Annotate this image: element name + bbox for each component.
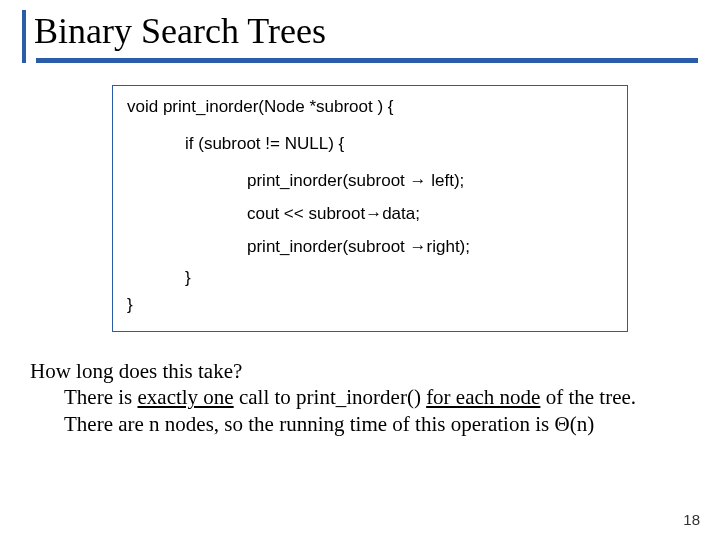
text: There are n nodes, so the running time o… xyxy=(64,412,554,436)
code-text: print_inorder(subroot xyxy=(247,237,410,256)
underlined-text: exactly one xyxy=(137,385,233,409)
code-close-inner: } xyxy=(185,267,613,290)
question-line: How long does this take? xyxy=(30,358,690,385)
text: call to print_inorder() xyxy=(234,385,426,409)
slide-title: Binary Search Trees xyxy=(34,10,698,56)
text: (n) xyxy=(570,412,595,436)
explanation-line-2: There are n nodes, so the running time o… xyxy=(30,411,690,438)
code-line-call-left: print_inorder(subroot → left); xyxy=(247,170,613,193)
arrow-icon: → xyxy=(365,204,382,223)
code-text: print_inorder(subroot xyxy=(247,171,410,190)
code-close-outer: } xyxy=(127,294,613,317)
code-box: void print_inorder(Node *subroot ) { if … xyxy=(112,85,628,332)
theta-symbol: Θ xyxy=(554,412,569,436)
text: of the tree. xyxy=(540,385,636,409)
underlined-text: for each node xyxy=(426,385,540,409)
text: There is xyxy=(64,385,137,409)
code-line-cout: cout << subroot→data; xyxy=(247,203,613,226)
title-underline xyxy=(36,58,698,63)
code-line-signature: void print_inorder(Node *subroot ) { xyxy=(127,96,613,119)
code-line-call-right: print_inorder(subroot →right); xyxy=(247,236,613,259)
code-line-if: if (subroot != NULL) { xyxy=(185,133,613,156)
code-text: data; xyxy=(382,204,420,223)
code-text: right); xyxy=(427,237,470,256)
arrow-icon: → xyxy=(410,237,427,256)
code-text: cout << subroot xyxy=(247,204,365,223)
code-text: left); xyxy=(427,171,465,190)
page-number: 18 xyxy=(683,511,700,528)
slide: Binary Search Trees void print_inorder(N… xyxy=(0,0,720,540)
body-text: How long does this take? There is exactl… xyxy=(30,358,690,439)
explanation-line-1: There is exactly one call to print_inord… xyxy=(30,384,690,411)
arrow-icon: → xyxy=(410,171,427,190)
title-block: Binary Search Trees xyxy=(22,10,698,63)
